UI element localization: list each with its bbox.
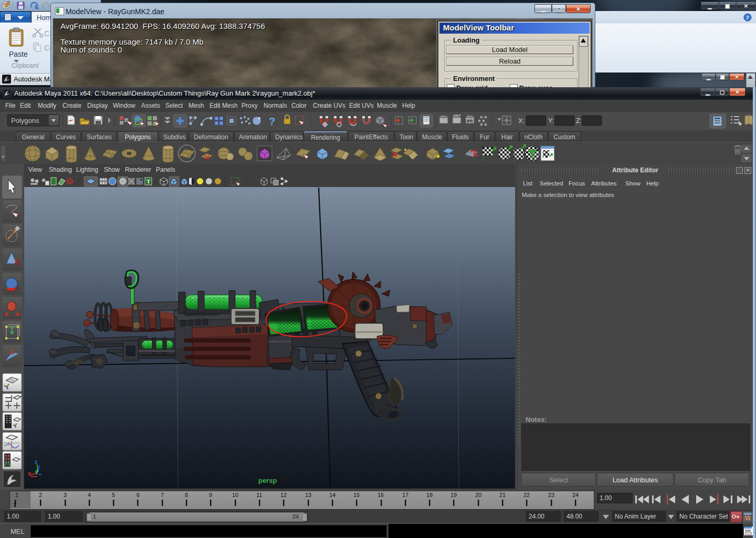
svg-text:1: 1 xyxy=(13,502,16,508)
svg-text:20: 20 xyxy=(475,492,481,498)
svg-text:10: 10 xyxy=(232,492,238,498)
svg-text:17: 17 xyxy=(402,492,408,498)
svg-text:Y:: Y: xyxy=(548,117,554,125)
svg-text:14: 14 xyxy=(329,492,335,498)
svg-text:4: 4 xyxy=(88,492,91,498)
svg-text:19: 19 xyxy=(450,492,457,498)
svg-text:1: 1 xyxy=(15,492,18,498)
svg-text:21: 21 xyxy=(499,492,506,498)
svg-text:15: 15 xyxy=(353,492,360,498)
svg-text:18: 18 xyxy=(426,492,433,498)
svg-text:5: 5 xyxy=(112,492,115,498)
svg-text:7: 7 xyxy=(161,492,164,498)
svg-text:X:: X: xyxy=(518,117,524,125)
svg-text:22: 22 xyxy=(523,492,530,498)
svg-text:24: 24 xyxy=(572,492,579,498)
svg-text:13: 13 xyxy=(305,492,311,498)
svg-text:Z:: Z: xyxy=(576,117,582,125)
svg-text:IPR: IPR xyxy=(467,119,473,123)
svg-text:?: ? xyxy=(269,116,275,127)
svg-text:T: T xyxy=(146,178,151,184)
svg-text:x: x xyxy=(28,470,32,477)
svg-text:y: y xyxy=(35,468,39,474)
svg-text:16: 16 xyxy=(377,492,384,498)
svg-text:23: 23 xyxy=(548,492,554,498)
svg-text:2: 2 xyxy=(39,492,42,498)
svg-text:Paste: Paste xyxy=(9,50,28,58)
svg-text:persp: persp xyxy=(258,477,277,484)
svg-text:3: 3 xyxy=(64,492,67,498)
svg-text:11: 11 xyxy=(256,492,262,498)
svg-text:Polygons: Polygons xyxy=(11,117,39,125)
svg-text:12: 12 xyxy=(280,492,287,498)
svg-text:6: 6 xyxy=(136,492,140,498)
svg-text:8: 8 xyxy=(185,492,188,498)
svg-text:9: 9 xyxy=(209,492,212,498)
svg-text:z: z xyxy=(35,459,38,465)
svg-text:?: ? xyxy=(746,14,749,20)
